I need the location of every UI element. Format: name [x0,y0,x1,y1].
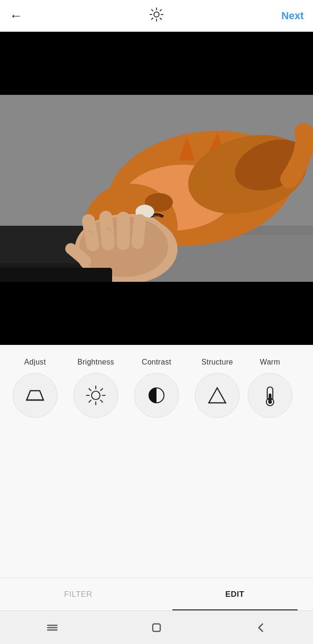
structure-icon [205,383,229,408]
tool-contrast[interactable]: Contrast [126,358,187,418]
warmth-icon [258,383,282,408]
tab-filter-label: FILTER [64,590,92,599]
tab-edit[interactable]: EDIT [156,578,313,610]
svg-point-56 [268,400,272,404]
svg-marker-52 [209,388,226,403]
tools-row: Adjust Brightness [0,345,313,422]
tool-warmth-circle [248,373,292,418]
nav-back-button[interactable] [247,618,275,637]
svg-rect-60 [153,624,160,631]
nav-home-button[interactable] [142,618,171,637]
tab-filter[interactable]: FILTER [0,578,156,610]
menu-icon [46,621,59,634]
tool-warmth[interactable]: Warm [248,358,292,418]
tool-adjust-label: Adjust [24,358,46,366]
tool-structure-label: Structure [201,358,233,366]
svg-rect-39 [0,268,112,282]
tool-structure[interactable]: Structure [187,358,248,418]
header-icon [149,7,164,25]
svg-line-8 [152,18,153,19]
next-button[interactable]: Next [281,10,304,22]
svg-line-7 [160,9,162,11]
tool-contrast-label: Contrast [142,358,171,366]
nav-menu-button[interactable] [38,618,66,637]
tool-adjust-circle [13,373,57,418]
android-navbar [0,610,313,644]
brightness-icon [84,383,108,408]
svg-line-48 [100,400,102,402]
image-preview [0,32,313,345]
adjust-icon [23,383,47,408]
svg-line-47 [89,389,91,391]
tool-brightness[interactable]: Brightness [65,358,126,418]
home-icon [150,621,163,634]
tool-warmth-label: Warm [260,358,280,366]
tool-brightness-label: Brightness [78,358,114,366]
svg-line-49 [100,389,102,391]
tool-structure-circle [195,373,240,418]
bottom-tabs: FILTER EDIT [0,578,313,610]
tool-adjust[interactable]: Adjust [5,358,65,418]
back-icon [254,621,267,634]
photo-content [0,95,313,282]
svg-rect-34 [117,212,130,250]
svg-line-50 [89,400,91,402]
svg-point-0 [154,12,159,17]
tab-edit-label: EDIT [225,590,244,599]
tool-brightness-circle [73,373,118,418]
svg-line-6 [160,18,162,19]
contrast-icon [144,383,169,408]
svg-line-5 [152,9,153,11]
edit-area: Adjust Brightness [0,345,313,610]
svg-point-42 [92,391,100,400]
back-button[interactable]: ← [9,9,22,22]
sun-icon [149,7,164,22]
header: ← Next [0,0,313,32]
tool-contrast-circle [134,373,179,418]
